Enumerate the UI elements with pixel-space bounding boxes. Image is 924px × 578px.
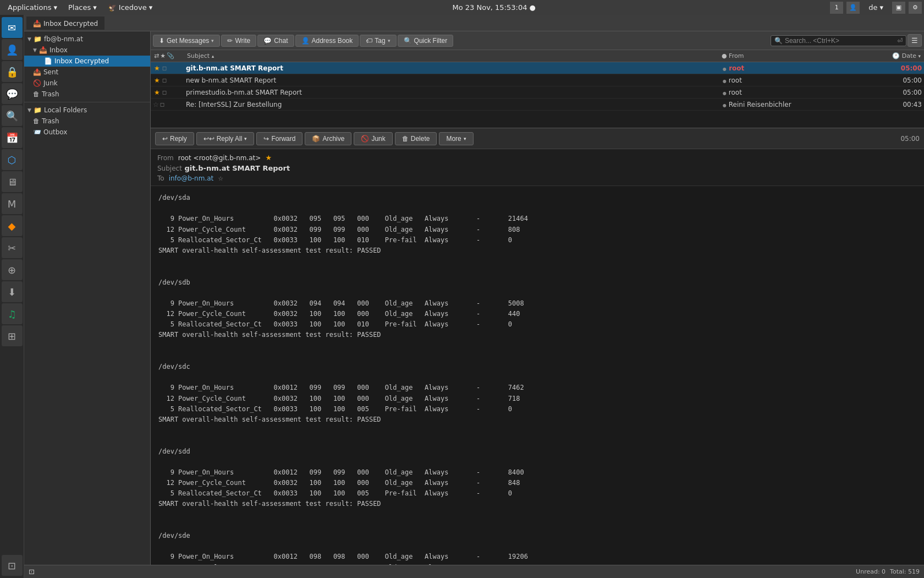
sidebar-download-icon[interactable]: ⬇ xyxy=(2,281,23,302)
address-book-icon: 👤 xyxy=(301,37,310,45)
forward-button[interactable]: ↪ Forward xyxy=(256,132,302,145)
email-body: /dev/sda 9 Power_On_Hours 0x0032 095 095… xyxy=(151,186,924,565)
col-thread-icon[interactable]: ⇄ xyxy=(154,52,159,59)
forward-label: Forward xyxy=(271,135,295,143)
delete-button[interactable]: 🗑 Delete xyxy=(395,132,437,145)
star-2[interactable]: ★ xyxy=(153,77,161,84)
delete-label: Delete xyxy=(411,135,430,143)
folder-trash[interactable]: 🗑 Trash xyxy=(24,89,150,100)
trash-icon: 🗑 xyxy=(33,90,40,98)
col-from-header[interactable]: ● From xyxy=(719,52,851,59)
col-date-header[interactable]: 🕐 Date ▾ xyxy=(851,52,923,59)
sidebar-blue-icon[interactable]: ⬡ xyxy=(2,149,23,170)
subject-sort-icon: ▴ xyxy=(212,53,215,59)
sidebar-envelope-icon[interactable]: M xyxy=(2,193,23,214)
sidebar-lock-icon[interactable]: 🔒 xyxy=(2,61,23,82)
sidebar-calendar-icon[interactable]: 📅 xyxy=(2,127,23,148)
junk-button[interactable]: 🚫 Junk xyxy=(354,132,392,145)
chat-button[interactable]: 💬 Chat xyxy=(257,35,294,47)
sidebar-bottom-icon[interactable]: ⊡ xyxy=(2,555,23,576)
email-from-line: From root <root@git.b-nm.at> ★ xyxy=(157,154,917,162)
sidebar-chat-icon[interactable]: 💬 xyxy=(2,83,23,104)
quick-filter-button[interactable]: 🔍 Quick Filter xyxy=(398,35,454,47)
sidebar-grid-icon[interactable]: ⊞ xyxy=(2,325,23,346)
email-to-line: To info@b-nm.at ☆ xyxy=(157,175,917,182)
sidebar-music-icon[interactable]: ♫ xyxy=(2,303,23,324)
folder-inbox[interactable]: ▼ 📥 Inbox xyxy=(24,45,150,56)
reply-button[interactable]: ↩ Reply xyxy=(155,132,194,145)
status-icon-left[interactable]: ⊡ xyxy=(29,568,35,576)
folder-junk[interactable]: 🚫 Junk xyxy=(24,78,150,89)
email-from-4: ● Reini Reisenbichler xyxy=(721,101,853,108)
applications-label: Applications xyxy=(8,3,51,12)
from-value: root <root@git.b-nm.at> xyxy=(178,154,261,162)
folder-inbox-decrypted[interactable]: 📄 Inbox Decrypted xyxy=(24,56,150,67)
col-icons: ⇄ ★ 📎 xyxy=(152,52,185,59)
forward-icon: ↪ xyxy=(263,135,269,143)
chat-label: Chat xyxy=(274,37,288,45)
sidebar-orange-icon[interactable]: ◆ xyxy=(2,215,23,236)
write-button[interactable]: ✏ Write xyxy=(221,35,256,47)
star-4[interactable]: ☆ xyxy=(153,101,159,108)
sidebar-bag-icon[interactable]: ⊕ xyxy=(2,259,23,280)
to-star-icon[interactable]: ☆ xyxy=(218,175,223,182)
email-row-icons: ★ ◻ xyxy=(151,77,184,84)
get-messages-icon: ⬇ xyxy=(159,37,164,45)
email-header: From root <root@git.b-nm.at> ★ Subject g… xyxy=(151,149,924,186)
app-menu[interactable]: 🦅 Icedove ▾ xyxy=(102,2,158,13)
col-attach-icon[interactable]: 📎 xyxy=(167,52,174,59)
tag-button[interactable]: 🏷 Tag ▾ xyxy=(360,35,396,47)
email-row-icons: ★ ◻ xyxy=(151,89,184,96)
places-menu[interactable]: Places ▾ xyxy=(63,2,102,13)
sidebar-mail-icon[interactable]: ✉ xyxy=(2,17,23,38)
email-date-3: 05:00 xyxy=(853,89,924,96)
sidebar-monitor-icon[interactable]: 🖥 xyxy=(2,171,23,192)
star-3[interactable]: ★ xyxy=(153,89,161,96)
address-book-button[interactable]: 👤 Address Book xyxy=(295,35,359,47)
email-row[interactable]: ★ ◻ primestudio.b-nm.at SMART Report ● r… xyxy=(151,86,924,99)
email-row[interactable]: ★ ◻ git.b-nm.at SMART Report ● root 05:0… xyxy=(151,62,924,74)
unread-count: Unread: 0 xyxy=(856,568,886,575)
local-folders-item[interactable]: ▼ 📁 Local Folders xyxy=(24,105,150,116)
get-messages-button[interactable]: ⬇ Get Messages ▾ xyxy=(153,35,220,47)
email-row-icons: ★ ◻ xyxy=(151,64,184,72)
sidebar-tools-icon[interactable]: ✂ xyxy=(2,237,23,258)
applications-menu[interactable]: Applications ▾ xyxy=(2,2,63,13)
local-trash-icon: 🗑 xyxy=(33,117,40,125)
col-subject-header[interactable]: Subject ▴ xyxy=(185,52,719,59)
email-row[interactable]: ☆ ◻ Re: [InterSSL] Zur Bestellung ● Rein… xyxy=(151,99,924,111)
archive-button[interactable]: 📦 Archive xyxy=(305,132,351,145)
folder-outbox[interactable]: 📨 Outbox xyxy=(24,127,150,138)
keyboard-layout[interactable]: de ▾ xyxy=(863,2,889,13)
inbox-tab[interactable]: 📥 Inbox Decrypted xyxy=(26,17,105,30)
quick-filter-label: Quick Filter xyxy=(414,37,448,45)
app-name-label: Icedove xyxy=(119,3,147,12)
inbox-tab-label: Inbox Decrypted xyxy=(43,20,98,28)
app-area: 📥 Inbox Decrypted ▼ 📁 fb@b-nm.at ▼ 📥 Inb… xyxy=(24,15,924,578)
search-input[interactable] xyxy=(785,37,895,45)
email-subject-line: Subject git.b-nm.at SMART Report xyxy=(157,164,917,172)
search-go-icon[interactable]: ⏎ xyxy=(897,37,903,45)
hamburger-menu-button[interactable]: ☰ xyxy=(908,34,922,47)
folder-sent[interactable]: 📤 Sent xyxy=(24,67,150,78)
account-item[interactable]: ▼ 📁 fb@b-nm.at xyxy=(24,34,150,45)
folder-local-trash[interactable]: 🗑 Trash xyxy=(24,116,150,127)
settings-icon[interactable]: ⚙ xyxy=(909,2,922,14)
bullet-4: ● xyxy=(723,103,727,108)
star-1[interactable]: ★ xyxy=(153,64,161,72)
reply-all-button[interactable]: ↩↩ Reply All ▾ xyxy=(196,132,255,145)
sidebar-contacts-icon[interactable]: 👤 xyxy=(2,39,23,60)
chat-icon: 💬 xyxy=(263,37,272,45)
from-star-icon[interactable]: ★ xyxy=(265,154,272,162)
account-label: fb@b-nm.at xyxy=(44,35,83,43)
email-row[interactable]: ★ ◻ new b-nm.at SMART Report ● root 05:0… xyxy=(151,74,924,86)
from-bullet: ● xyxy=(722,52,727,59)
more-button[interactable]: More ▾ xyxy=(439,132,473,145)
col-star-icon[interactable]: ★ xyxy=(160,52,166,59)
places-dropdown-icon: ▾ xyxy=(93,3,97,12)
tag-icon: 🏷 xyxy=(366,37,372,45)
sidebar-search-icon[interactable]: 🔍 xyxy=(2,105,23,126)
toolbar: ⬇ Get Messages ▾ ✏ Write 💬 Chat 👤 Addres… xyxy=(151,31,924,50)
header-bar: 📥 Inbox Decrypted xyxy=(24,15,924,31)
bullet-1: ● xyxy=(723,67,727,72)
